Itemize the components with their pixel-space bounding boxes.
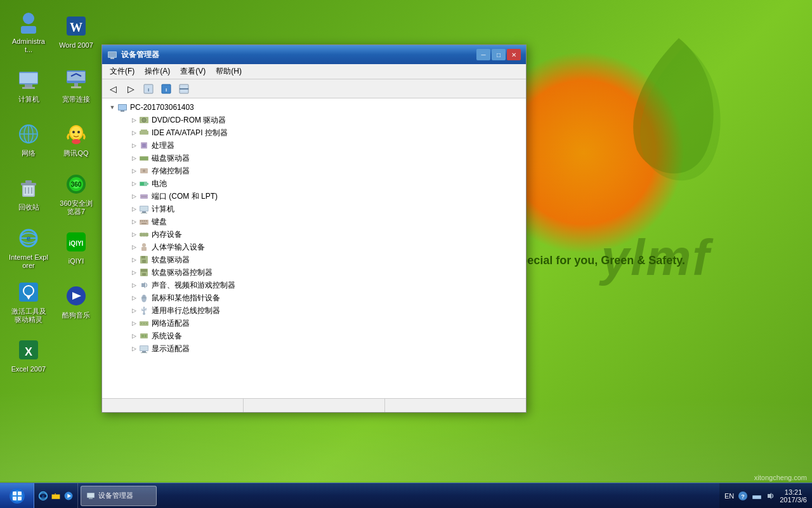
tree-expand-floppy[interactable]: ▷: [129, 255, 139, 265]
tree-item-dvd[interactable]: ▷ DVD/CD-ROM 驱动器: [102, 114, 526, 126]
svg-rect-117: [18, 491, 22, 495]
icon-activation[interactable]: 激活工具及驱动精灵: [6, 276, 51, 327]
tray-help-icon[interactable]: ?: [738, 491, 748, 501]
status-section-3: [385, 399, 526, 412]
tree-expand-usb[interactable]: ▷: [129, 305, 139, 316]
svg-rect-127: [89, 498, 93, 499]
toolbar-properties[interactable]: i: [140, 81, 157, 97]
tree-expand-computer[interactable]: ▷: [129, 204, 139, 214]
menu-action[interactable]: 操作(A): [140, 65, 175, 78]
svg-rect-7: [20, 73, 37, 83]
tree-expand-mouse[interactable]: ▷: [129, 293, 139, 303]
toolbar-back[interactable]: ◁: [105, 81, 121, 97]
toolbar-scan[interactable]: [176, 81, 192, 97]
tree-item-netadapter[interactable]: ▷ 网络适配器: [102, 317, 526, 330]
toolbar-info-blue[interactable]: i: [158, 81, 174, 97]
taskbar-clock[interactable]: 13:21 2017/3/6: [780, 488, 807, 504]
window-titlebar[interactable]: 设备管理器 ─ □ ✕: [102, 45, 526, 64]
tree-label-ide: IDE ATA/ATAPI 控制器: [152, 128, 228, 138]
tree-item-floppyctrl[interactable]: ▷ 软盘驱动器控制器: [102, 266, 526, 279]
tree-item-disk[interactable]: ▷ 磁盘驱动器: [102, 152, 526, 164]
tree-label-hid: 人体学输入设备: [152, 242, 205, 253]
tree-item-sysdev[interactable]: ▷ 系统设备: [102, 330, 526, 342]
taskbar-device-manager[interactable]: 设备管理器: [81, 486, 157, 506]
tree-expand-root[interactable]: ▼: [107, 102, 117, 112]
tree-item-keyboard[interactable]: ▷ 键盘: [102, 215, 526, 228]
tree-item-hid[interactable]: ▷ 人体学输入设备: [102, 241, 526, 253]
tree-icon-hid: [139, 242, 149, 252]
tree-expand-floppyctrl[interactable]: ▷: [129, 267, 139, 277]
tree-expand-keyboard[interactable]: ▷: [129, 217, 139, 227]
icon-broadband[interactable]: 宽带连接: [54, 60, 98, 111]
tree-expand-sysdev[interactable]: ▷: [129, 331, 139, 341]
window-content[interactable]: ▼ PC-201703061403 ▷ DVD/CD-ROM 驱动器: [102, 98, 526, 398]
tree-item-storage[interactable]: ▷ 存储控制器: [102, 164, 526, 177]
svg-rect-11: [71, 86, 81, 88]
tree-expand-dvd[interactable]: ▷: [129, 115, 139, 125]
tree-item-cpu[interactable]: ▷ 处理器: [102, 139, 526, 152]
svg-text:i: i: [166, 87, 167, 93]
status-section-2: [244, 399, 385, 412]
tree-item-com[interactable]: ▷ 端口 (COM 和 LPT): [102, 190, 526, 203]
window-maximize-button[interactable]: □: [492, 49, 506, 60]
icon-360browser[interactable]: 360 360安全浏览器7: [54, 168, 98, 219]
tree-expand-netadapter[interactable]: ▷: [129, 318, 139, 328]
bg-leaf-svg: [609, 19, 749, 197]
icon-recycle[interactable]: 回收站: [6, 168, 51, 219]
tray-network-icon[interactable]: [752, 491, 762, 501]
tree-item-mouse[interactable]: ▷ 鼠标和某他指针设备: [102, 291, 526, 304]
taskbar-media-icon[interactable]: [63, 491, 74, 501]
window-minimize-button[interactable]: ─: [476, 49, 490, 60]
toolbar-forward[interactable]: ▷: [122, 81, 139, 97]
icon-computer[interactable]: 计算机: [6, 60, 51, 111]
icon-ie[interactable]: e Internet Explorer: [6, 222, 51, 273]
icon-administrator[interactable]: Administrat...: [6, 6, 51, 57]
menu-help[interactable]: 帮助(H): [211, 65, 247, 78]
tree-item-floppy[interactable]: ▷ 软盘驱动器: [102, 253, 526, 266]
tree-item-battery[interactable]: ▷ 电池: [102, 177, 526, 190]
tree-item-memory[interactable]: ▷ 内存设备: [102, 228, 526, 241]
tree-item-computer[interactable]: ▷ 计算机: [102, 203, 526, 215]
taskbar-folder-icon[interactable]: [51, 491, 61, 501]
tree-expand-battery[interactable]: ▷: [129, 178, 139, 189]
tree-icon-computer: [139, 204, 149, 214]
tree-icon-storage: [139, 166, 149, 176]
svg-rect-63: [142, 144, 146, 147]
menu-view[interactable]: 查看(V): [175, 65, 211, 78]
icon-label-excel: Excel 2007: [11, 365, 46, 373]
tree-expand-hid[interactable]: ▷: [129, 242, 139, 252]
svg-text:e: e: [42, 494, 44, 498]
tree-root-node[interactable]: ▼ PC-201703061403: [102, 101, 526, 114]
icon-excel[interactable]: X Excel 2007: [6, 330, 51, 381]
tree-expand-com[interactable]: ▷: [129, 191, 139, 201]
menu-file[interactable]: 文件(F): [105, 65, 140, 78]
taskbar-ie-icon[interactable]: e: [38, 491, 48, 501]
svg-rect-88: [145, 232, 145, 237]
tree-item-display[interactable]: ▷ 显示适配器: [102, 342, 526, 355]
icon-qq[interactable]: 腾讯QQ: [54, 114, 98, 165]
icon-word2007[interactable]: W Word 2007: [54, 6, 98, 57]
tree-expand-display[interactable]: ▷: [129, 344, 139, 354]
icon-kugou[interactable]: 酷狗音乐: [54, 276, 98, 327]
tree-expand-sound[interactable]: ▷: [129, 280, 139, 290]
svg-rect-82: [144, 220, 145, 222]
icon-iqiyi[interactable]: iQIYI iQIYI: [54, 222, 98, 273]
tree-item-ide[interactable]: ▷ IDE ATA/ATAPI 控制器: [102, 126, 526, 139]
window-close-button[interactable]: ✕: [507, 49, 521, 60]
icon-network[interactable]: 网络: [6, 114, 51, 165]
svg-point-102: [143, 312, 145, 315]
tree-expand-ide[interactable]: ▷: [129, 128, 139, 138]
tree-expand-cpu[interactable]: ▷: [129, 140, 139, 150]
svg-rect-119: [18, 497, 22, 500]
svg-rect-113: [141, 352, 147, 353]
tree-item-usb[interactable]: ▷ 通用串行总线控制器: [102, 304, 526, 317]
svg-rect-116: [13, 491, 16, 495]
tree-item-sound[interactable]: ▷ 声音、视频和游戏控制器: [102, 279, 526, 291]
icon-label-qq: 腾讯QQ: [63, 149, 88, 157]
tree-expand-memory[interactable]: ▷: [129, 229, 139, 239]
svg-rect-6: [22, 87, 35, 89]
tree-expand-storage[interactable]: ▷: [129, 166, 139, 176]
tree-expand-disk[interactable]: ▷: [129, 153, 139, 163]
start-button[interactable]: [0, 483, 34, 509]
tray-volume-icon[interactable]: [766, 491, 776, 501]
